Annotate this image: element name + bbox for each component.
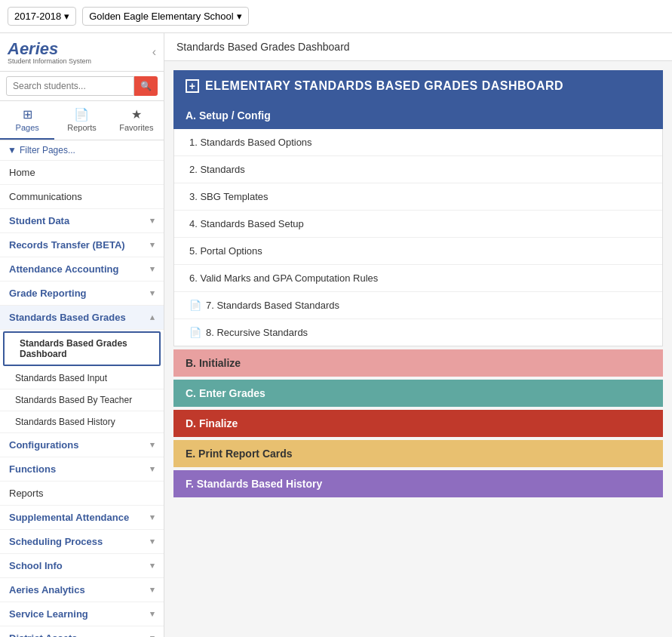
section-history: F. Standards Based History bbox=[173, 470, 663, 497]
sidebar-item-supplemental[interactable]: Supplemental Attendance ▾ bbox=[0, 506, 164, 530]
setup-item-8[interactable]: 📄 8. Recursive Standards bbox=[174, 319, 662, 346]
setup-item-2-label: 2. Standards bbox=[189, 164, 245, 175]
year-selector[interactable]: 2017-2018 ▾ bbox=[8, 7, 76, 26]
sidebar-item-scheduling[interactable]: Scheduling Process ▾ bbox=[0, 530, 164, 554]
section-print-label: E. Print Report Cards bbox=[186, 448, 293, 460]
sidebar-communications-label: Communications bbox=[9, 191, 82, 202]
setup-item-4[interactable]: 4. Standards Based Setup bbox=[174, 211, 662, 238]
sidebar-sbg-label: Standards Based Grades bbox=[9, 312, 126, 323]
sidebar-item-reports[interactable]: Reports bbox=[0, 482, 164, 506]
setup-item-3[interactable]: 3. SBG Templates bbox=[174, 183, 662, 211]
year-chevron-icon: ▾ bbox=[64, 11, 69, 22]
content-area: Standards Based Grades Dashboard + ELEME… bbox=[164, 33, 672, 637]
search-input[interactable] bbox=[6, 76, 134, 96]
logo-text: Aeries bbox=[8, 39, 91, 59]
section-enter-grades-header[interactable]: C. Enter Grades bbox=[173, 380, 663, 407]
chevron-down-icon: ▾ bbox=[150, 561, 155, 571]
sidebar-item-communications[interactable]: Communications bbox=[0, 185, 164, 209]
sidebar-item-district-assets[interactable]: District Assets ▾ bbox=[0, 626, 164, 637]
sidebar-grade-reporting-label: Grade Reporting bbox=[9, 288, 87, 299]
tab-pages[interactable]: ⊞ Pages bbox=[0, 101, 54, 140]
doc-icon-7: 📄 bbox=[189, 300, 201, 311]
section-finalize-label: D. Finalize bbox=[186, 417, 238, 429]
tab-reports-label: Reports bbox=[67, 123, 97, 132]
sidebar-item-grade-reporting[interactable]: Grade Reporting ▾ bbox=[0, 282, 164, 306]
setup-item-7[interactable]: 📄 7. Standards Based Standards bbox=[174, 292, 662, 319]
section-setup-items: 1. Standards Based Options 2. Standards … bbox=[173, 129, 663, 346]
sidebar-item-sbg-input[interactable]: Standards Based Input bbox=[0, 368, 164, 389]
tab-favorites[interactable]: ★ Favorites bbox=[109, 101, 164, 140]
sidebar-service-learning-label: Service Learning bbox=[9, 608, 88, 620]
sidebar-item-sbg-dashboard[interactable]: Standards Based Grades Dashboard bbox=[3, 331, 161, 366]
sidebar-item-home[interactable]: Home bbox=[0, 161, 164, 185]
section-setup-label: A. Setup / Config bbox=[186, 109, 271, 122]
top-bar: 2017-2018 ▾ Golden Eagle Elementary Scho… bbox=[0, 0, 672, 33]
sidebar-scheduling-label: Scheduling Process bbox=[9, 536, 103, 547]
sidebar-item-sbg[interactable]: Standards Based Grades ▴ bbox=[0, 306, 164, 330]
school-selector[interactable]: Golden Eagle Elementary School ▾ bbox=[82, 7, 249, 26]
filter-icon: ▼ bbox=[8, 145, 17, 155]
doc-icon-8: 📄 bbox=[189, 327, 201, 338]
sidebar-school-info-label: School Info bbox=[9, 560, 63, 571]
collapse-sidebar-button[interactable]: ‹ bbox=[152, 45, 156, 59]
section-initialize: B. Initialize bbox=[173, 349, 663, 377]
search-button[interactable]: 🔍 bbox=[134, 76, 158, 96]
sidebar-supplemental-label: Supplemental Attendance bbox=[9, 512, 129, 523]
setup-item-5[interactable]: 5. Portal Options bbox=[174, 238, 662, 265]
section-history-header[interactable]: F. Standards Based History bbox=[173, 470, 663, 497]
sidebar-item-student-data[interactable]: Student Data ▾ bbox=[0, 209, 164, 233]
dashboard-header[interactable]: + ELEMENTARY STANDARDS BASED GRADES DASH… bbox=[173, 70, 663, 102]
chevron-up-icon: ▴ bbox=[150, 312, 155, 322]
setup-item-6[interactable]: 6. Valid Marks and GPA Computation Rules bbox=[174, 265, 662, 292]
school-chevron-icon: ▾ bbox=[237, 11, 242, 22]
sidebar-configurations-label: Configurations bbox=[9, 439, 78, 451]
section-finalize: D. Finalize bbox=[173, 410, 663, 437]
sidebar-item-records-transfer[interactable]: Records Transfer (BETA) ▾ bbox=[0, 233, 164, 257]
sidebar-reports-label: Reports bbox=[9, 488, 44, 499]
section-history-label: F. Standards Based History bbox=[186, 478, 322, 490]
sidebar-item-configurations[interactable]: Configurations ▾ bbox=[0, 433, 164, 457]
chevron-down-icon: ▾ bbox=[150, 216, 155, 226]
section-print: E. Print Report Cards bbox=[173, 440, 663, 467]
content-body: + ELEMENTARY STANDARDS BASED GRADES DASH… bbox=[164, 61, 672, 637]
nav-tabs: ⊞ Pages 📄 Reports ★ Favorites bbox=[0, 101, 164, 140]
chevron-down-icon: ▾ bbox=[150, 240, 155, 250]
sidebar-item-attendance[interactable]: Attendance Accounting ▾ bbox=[0, 257, 164, 282]
tab-reports[interactable]: 📄 Reports bbox=[54, 101, 109, 140]
chevron-down-icon: ▾ bbox=[150, 609, 155, 619]
filter-pages[interactable]: ▼ Filter Pages... bbox=[0, 140, 164, 161]
setup-item-3-label: 3. SBG Templates bbox=[189, 191, 268, 202]
section-print-header[interactable]: E. Print Report Cards bbox=[173, 440, 663, 467]
search-bar: 🔍 bbox=[0, 72, 164, 101]
setup-item-1[interactable]: 1. Standards Based Options bbox=[174, 129, 662, 156]
sidebar-item-sbg-by-teacher[interactable]: Standards Based By Teacher bbox=[0, 389, 164, 411]
pages-icon: ⊞ bbox=[23, 107, 32, 122]
setup-item-2[interactable]: 2. Standards bbox=[174, 156, 662, 183]
chevron-down-icon: ▾ bbox=[150, 288, 155, 298]
setup-item-6-label: 6. Valid Marks and GPA Computation Rules bbox=[189, 272, 378, 284]
sidebar-item-functions[interactable]: Functions ▾ bbox=[0, 457, 164, 482]
sidebar-home-label: Home bbox=[9, 167, 35, 178]
section-enter-grades: C. Enter Grades bbox=[173, 380, 663, 407]
sbg-by-teacher-label: Standards Based By Teacher bbox=[15, 395, 132, 405]
sidebar: Aeries Student Information System ‹ 🔍 ⊞ … bbox=[0, 33, 164, 637]
section-finalize-header[interactable]: D. Finalize bbox=[173, 410, 663, 437]
section-initialize-header[interactable]: B. Initialize bbox=[173, 349, 663, 377]
chevron-down-icon: ▾ bbox=[150, 633, 155, 637]
logo-subtitle: Student Information System bbox=[8, 57, 91, 65]
sidebar-records-transfer-label: Records Transfer (BETA) bbox=[9, 239, 125, 251]
sidebar-student-data-label: Student Data bbox=[9, 215, 69, 226]
sbg-input-label: Standards Based Input bbox=[15, 373, 107, 383]
sidebar-functions-label: Functions bbox=[9, 463, 56, 475]
setup-item-1-label: 1. Standards Based Options bbox=[189, 137, 312, 148]
chevron-down-icon: ▾ bbox=[150, 440, 155, 450]
setup-item-8-label: 8. Recursive Standards bbox=[206, 327, 308, 338]
dashboard-title: ELEMENTARY STANDARDS BASED GRADES DASHBO… bbox=[205, 79, 563, 93]
setup-item-4-label: 4. Standards Based Setup bbox=[189, 218, 304, 229]
sidebar-item-service-learning[interactable]: Service Learning ▾ bbox=[0, 602, 164, 626]
section-setup-header[interactable]: A. Setup / Config bbox=[173, 102, 663, 129]
sidebar-item-sbg-history[interactable]: Standards Based History bbox=[0, 411, 164, 433]
section-initialize-label: B. Initialize bbox=[186, 357, 241, 369]
sidebar-item-aeries-analytics[interactable]: Aeries Analytics ▾ bbox=[0, 578, 164, 602]
sidebar-item-school-info[interactable]: School Info ▾ bbox=[0, 554, 164, 578]
